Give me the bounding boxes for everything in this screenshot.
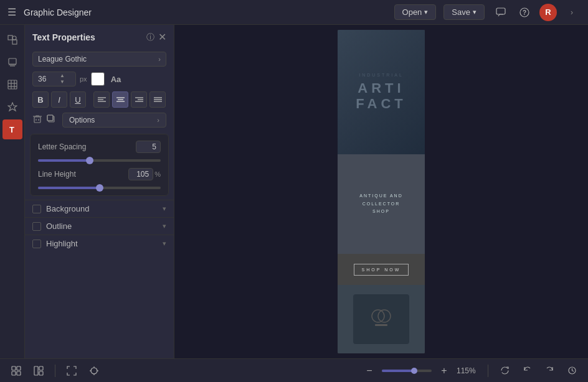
history-button[interactable] — [563, 362, 581, 380]
svg-rect-43 — [39, 366, 43, 370]
outline-checkbox[interactable] — [32, 222, 41, 231]
background-section[interactable]: Background ▾ — [25, 200, 174, 217]
sidebar-item-elements[interactable] — [2, 97, 22, 117]
delete-icon[interactable] — [32, 114, 42, 126]
text-case-icon[interactable]: Aa — [111, 75, 121, 84]
banner-btn-area: SHOP NOW — [338, 254, 425, 285]
align-right-button[interactable] — [131, 91, 147, 108]
save-button[interactable]: Save ▾ — [443, 4, 485, 20]
shop-now-button[interactable]: SHOP NOW — [354, 264, 409, 276]
svg-rect-39 — [17, 366, 21, 370]
info-icon[interactable]: ⓘ — [146, 32, 154, 43]
svg-rect-6 — [9, 58, 16, 64]
main-area: T Text Properties ⓘ ✕ League Gothic › ▲ … — [0, 25, 588, 358]
line-height-thumb[interactable] — [96, 184, 103, 192]
menu-icon[interactable]: ☰ — [7, 6, 16, 18]
font-size-input-wrap: ▲ ▼ — [32, 72, 76, 86]
fit-view-button[interactable] — [63, 362, 80, 380]
size-down-arrow[interactable]: ▼ — [58, 79, 67, 85]
bold-button[interactable]: B — [32, 91, 49, 108]
line-height-fill — [38, 187, 100, 189]
sidebar-item-text[interactable]: T — [2, 119, 22, 139]
font-selector[interactable]: League Gothic › — [32, 52, 166, 67]
outline-section[interactable]: Outline ▾ — [25, 217, 174, 235]
letter-spacing-slider — [38, 159, 161, 162]
svg-rect-28 — [34, 117, 40, 123]
highlight-chevron: ▾ — [163, 240, 166, 248]
letter-spacing-thumb[interactable] — [86, 157, 93, 164]
zoom-value: 115% — [457, 366, 480, 375]
svg-rect-0 — [496, 8, 505, 14]
svg-rect-33 — [47, 115, 53, 121]
line-height-slider — [38, 187, 161, 189]
redo-button[interactable] — [541, 362, 558, 380]
banner-bottom — [338, 285, 425, 353]
size-arrows: ▲ ▼ — [58, 73, 67, 85]
duplicate-icon[interactable] — [46, 114, 56, 126]
highlight-section[interactable]: Highlight ▾ — [25, 235, 174, 252]
svg-point-45 — [91, 368, 97, 374]
open-button[interactable]: Open ▾ — [394, 4, 437, 20]
color-swatch[interactable] — [91, 72, 105, 86]
background-checkbox[interactable] — [32, 205, 41, 213]
bottom-bar: − + 115% — [0, 358, 588, 382]
banner-mid: ANTIQUE AND COLLECTOR SHOP — [338, 154, 425, 254]
help-icon[interactable]: ? — [516, 4, 533, 21]
align-justify-button[interactable] — [149, 91, 166, 108]
svg-rect-37 — [375, 324, 387, 326]
close-icon[interactable]: ✕ — [158, 31, 166, 43]
outline-label: Outline — [46, 221, 158, 231]
grid-view-button[interactable] — [30, 362, 47, 380]
line-height-input[interactable] — [128, 168, 153, 180]
separator-1 — [55, 365, 55, 377]
action-row: Options › — [25, 110, 174, 130]
size-up-arrow[interactable]: ▲ — [58, 73, 67, 79]
zoom-fill — [382, 370, 414, 372]
font-size-input[interactable] — [33, 72, 58, 86]
format-row: B I U — [25, 89, 174, 110]
reset-view-button[interactable] — [496, 362, 513, 380]
sidebar-item-grid[interactable] — [2, 75, 22, 95]
font-size-unit: px — [80, 75, 87, 83]
highlight-label: Highlight — [46, 239, 158, 248]
topbar: ☰ Graphic Designer Open ▾ Save ▾ ? R › — [0, 0, 588, 25]
svg-text:?: ? — [523, 9, 526, 16]
props-header: Text Properties ⓘ ✕ — [25, 25, 174, 49]
zoom-in-button[interactable]: + — [437, 363, 452, 378]
banner-image — [353, 294, 409, 344]
letter-spacing-track[interactable] — [38, 159, 161, 162]
align-left-button[interactable] — [93, 91, 110, 108]
undo-button[interactable] — [518, 362, 536, 380]
line-height-unit: % — [154, 170, 161, 178]
app-title: Graphic Designer — [24, 7, 387, 17]
canvas-area: Industrial ARTI FACT ANTIQUE AND COLLECT… — [174, 25, 588, 358]
snap-button[interactable] — [85, 362, 103, 380]
size-row: ▲ ▼ px Aa — [25, 69, 174, 89]
icon-sidebar: T — [0, 25, 25, 358]
sidebar-item-shapes[interactable] — [2, 30, 22, 50]
line-height-label: Line Height — [38, 170, 128, 179]
zoom-out-button[interactable]: − — [362, 363, 377, 378]
options-button[interactable]: Options › — [62, 113, 166, 128]
letter-spacing-label: Letter Spacing — [38, 142, 136, 151]
line-height-track[interactable] — [38, 187, 161, 189]
banner-overlay — [338, 30, 425, 154]
sidebar-item-layers[interactable] — [2, 52, 22, 72]
design-canvas: Industrial ARTI FACT ANTIQUE AND COLLECT… — [338, 30, 425, 353]
properties-panel: Text Properties ⓘ ✕ League Gothic › ▲ ▼ … — [25, 25, 174, 358]
svg-text:T: T — [9, 125, 14, 134]
panel-title: Text Properties — [32, 32, 143, 42]
layers-view-button[interactable] — [7, 362, 25, 380]
zoom-thumb[interactable] — [411, 368, 417, 374]
banner-mid-text: ANTIQUE AND COLLECTOR SHOP — [359, 192, 402, 216]
align-center-button[interactable] — [112, 91, 128, 108]
italic-button[interactable]: I — [51, 91, 67, 108]
avatar[interactable]: R — [539, 4, 557, 21]
underline-button[interactable]: U — [70, 91, 86, 108]
letter-spacing-fill — [38, 159, 90, 162]
expand-icon[interactable]: › — [563, 4, 581, 21]
highlight-checkbox[interactable] — [32, 240, 41, 248]
chat-icon[interactable] — [492, 4, 510, 21]
zoom-slider[interactable] — [382, 370, 432, 372]
letter-spacing-input[interactable] — [136, 141, 161, 153]
